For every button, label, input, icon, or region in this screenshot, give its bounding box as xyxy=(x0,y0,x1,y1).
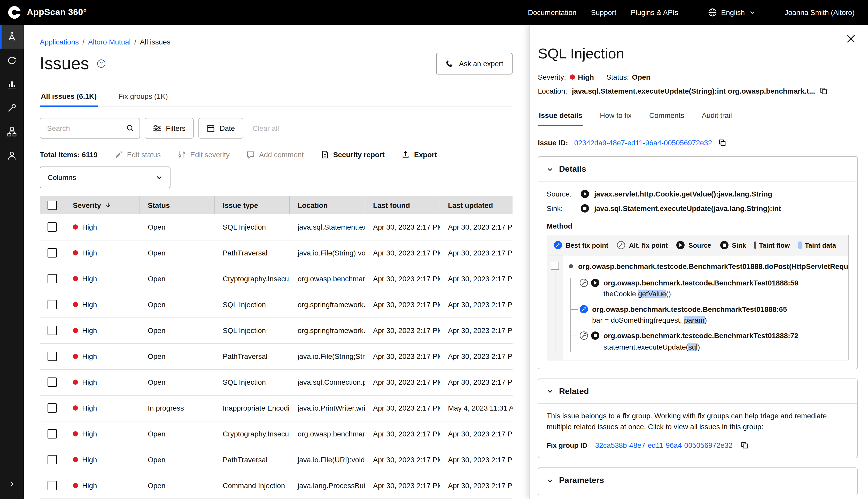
row-checkbox[interactable] xyxy=(48,222,57,232)
breadcrumb: Applications / Altoro Mutual / All issue… xyxy=(40,38,513,46)
sidebar-item-dashboards[interactable] xyxy=(0,72,24,96)
trace-legend: Best fix point Alt. fix point xyxy=(547,235,848,255)
scan-refresh-icon xyxy=(7,55,17,66)
cell-severity: High xyxy=(82,378,97,386)
issue-row[interactable]: High Open Command Injection java.lang.Pr… xyxy=(40,473,513,498)
page-title-row: Issues ? xyxy=(40,54,106,73)
collapse-trace-button[interactable]: − xyxy=(551,261,559,270)
copy-fix-group-icon[interactable] xyxy=(740,441,749,449)
issue-row[interactable]: High Open SQL Injection java.sql.Connect… xyxy=(40,369,513,395)
date-button[interactable]: Date xyxy=(198,118,243,138)
column-header-issue-type[interactable]: Issue type xyxy=(214,196,289,214)
nav-documentation[interactable]: Documentation xyxy=(528,8,576,16)
issue-row[interactable]: High Open PathTraversal java.io.File(URI… xyxy=(40,447,513,473)
nav-support[interactable]: Support xyxy=(591,8,616,16)
language-selector[interactable]: English xyxy=(707,8,755,17)
issue-row[interactable]: High Open PathTraversal java.io.File(Str… xyxy=(40,240,513,266)
row-checkbox[interactable] xyxy=(48,403,57,413)
sidebar-item-tools[interactable] xyxy=(0,96,24,120)
export-button[interactable]: Export xyxy=(402,150,437,159)
severity-value: High xyxy=(578,73,594,81)
add-comment-button[interactable]: Add comment xyxy=(247,150,304,159)
status-value: Open xyxy=(632,73,651,81)
issue-id-value[interactable]: 02342da9-48e7-ed11-96a4-005056972e32 xyxy=(574,138,712,147)
row-checkbox[interactable] xyxy=(48,455,57,464)
applications-icon xyxy=(7,32,17,42)
issue-row[interactable]: High In progress Inappropriate Encoding … xyxy=(40,395,513,421)
row-checkbox[interactable] xyxy=(48,377,57,387)
issue-row[interactable]: High Open SQL Injection java.sql.Stateme… xyxy=(40,214,513,240)
cell-severity: High xyxy=(82,301,97,309)
row-checkbox[interactable] xyxy=(48,300,57,309)
security-report-button[interactable]: Security report xyxy=(321,150,385,159)
help-icon[interactable]: ? xyxy=(97,59,106,68)
sidebar-item-org-hierarchy[interactable] xyxy=(0,120,24,144)
legend-label: Alt. fix point xyxy=(629,241,668,249)
column-header-severity[interactable]: Severity xyxy=(65,196,139,214)
tab-audit-trail[interactable]: Audit trail xyxy=(701,106,733,126)
row-checkbox[interactable] xyxy=(48,429,57,438)
close-panel-icon[interactable] xyxy=(845,33,857,45)
trace-node-sink[interactable]: org.owasp.benchmark.testcode.BenchmarkTe… xyxy=(579,331,847,352)
columns-dropdown[interactable]: Columns xyxy=(40,167,171,188)
user-menu[interactable]: Joanna Smith (Altoro) xyxy=(784,8,855,16)
tab-all-issues[interactable]: All issues (6.1K) xyxy=(40,87,98,107)
cell-last-updated: May 4, 2023 11:31 AM xyxy=(440,395,513,421)
issues-table-body: High Open SQL Injection java.sql.Stateme… xyxy=(40,214,513,499)
ask-an-expert-button[interactable]: Ask an expert xyxy=(436,53,513,74)
issue-row[interactable]: High Open PathTraversal java.io.File(Str… xyxy=(40,343,513,369)
sidebar-item-support[interactable] xyxy=(0,144,24,168)
cell-status: Open xyxy=(139,343,214,369)
fix-group-label: Fix group ID xyxy=(546,441,588,449)
copy-location-icon[interactable] xyxy=(820,87,828,95)
cell-status: Open xyxy=(139,266,214,292)
sidebar-item-applications[interactable] xyxy=(0,25,24,49)
nav-plugins-apis[interactable]: Plugins & APIs xyxy=(631,8,678,16)
tab-comments[interactable]: Comments xyxy=(648,106,685,126)
sidebar-expand-button[interactable] xyxy=(0,472,24,496)
chevron-down-icon xyxy=(546,166,553,172)
row-checkbox[interactable] xyxy=(48,326,57,335)
tab-issue-details[interactable]: Issue details xyxy=(538,106,583,126)
trace-root-node[interactable]: org.owasp.benchmark.testcode.BenchmarkTe… xyxy=(569,261,847,272)
issue-row[interactable]: High Open Cryptography.Insecure org.owas… xyxy=(40,421,513,447)
issue-row[interactable]: High Open SQL Injection org.springframew… xyxy=(40,317,513,343)
user-icon xyxy=(7,150,17,161)
row-checkbox[interactable] xyxy=(48,248,57,257)
filters-button[interactable]: Filters xyxy=(144,118,194,138)
breadcrumb-altoro-mutual[interactable]: Altoro Mutual xyxy=(88,38,131,46)
issue-row[interactable]: High Open SQL Injection org.springframew… xyxy=(40,292,513,317)
cell-last-updated: Apr 30, 2023 2:17 PM xyxy=(440,240,513,266)
cell-last-found: Apr 30, 2023 2:17 PM xyxy=(365,214,440,240)
column-header-last-updated[interactable]: Last updated xyxy=(440,196,513,214)
edit-status-button[interactable]: Edit status xyxy=(115,150,161,159)
column-header-status[interactable]: Status xyxy=(139,196,214,214)
tab-fix-groups[interactable]: Fix groups (1K) xyxy=(117,87,169,107)
trace-node-best-fix[interactable]: org.owasp.benchmark.testcode.BenchmarkTe… xyxy=(579,305,847,325)
legend-best-fix-point: Best fix point xyxy=(553,241,608,250)
breadcrumb-separator: / xyxy=(134,38,136,46)
column-header-last-found[interactable]: Last found xyxy=(365,196,440,214)
issue-row[interactable]: High Open Cryptography.Insecure org.owas… xyxy=(40,266,513,292)
copy-issue-id-icon[interactable] xyxy=(718,138,727,147)
parameters-section-header[interactable]: Parameters xyxy=(546,474,849,487)
row-checkbox[interactable] xyxy=(48,352,57,361)
trace-node-code: bar = doSomething(request, param) xyxy=(592,315,787,325)
edit-severity-button[interactable]: Edit severity xyxy=(178,150,230,159)
related-section-header[interactable]: Related xyxy=(546,385,849,398)
breadcrumb-applications[interactable]: Applications xyxy=(40,38,79,46)
column-header-location[interactable]: Location xyxy=(289,196,365,214)
search-icon[interactable] xyxy=(126,124,134,132)
row-checkbox[interactable] xyxy=(48,274,57,283)
fix-group-id-link[interactable]: 32ca538b-48e7-ed11-96a4-005056972e32 xyxy=(595,441,733,449)
cell-last-updated: Apr 30, 2023 2:17 PM xyxy=(440,266,513,292)
search-input[interactable] xyxy=(47,124,126,132)
clear-all-button[interactable]: Clear all xyxy=(252,124,279,132)
row-checkbox[interactable] xyxy=(48,481,57,490)
details-section-header[interactable]: Details xyxy=(546,163,849,175)
trace-node-source[interactable]: org.owasp.benchmark.testcode.BenchmarkTe… xyxy=(579,278,847,299)
tab-how-to-fix[interactable]: How to fix xyxy=(599,106,633,126)
select-all-checkbox[interactable] xyxy=(48,200,57,210)
brand[interactable]: AppScan 360° xyxy=(7,5,87,20)
sidebar-item-scans[interactable] xyxy=(0,49,24,72)
